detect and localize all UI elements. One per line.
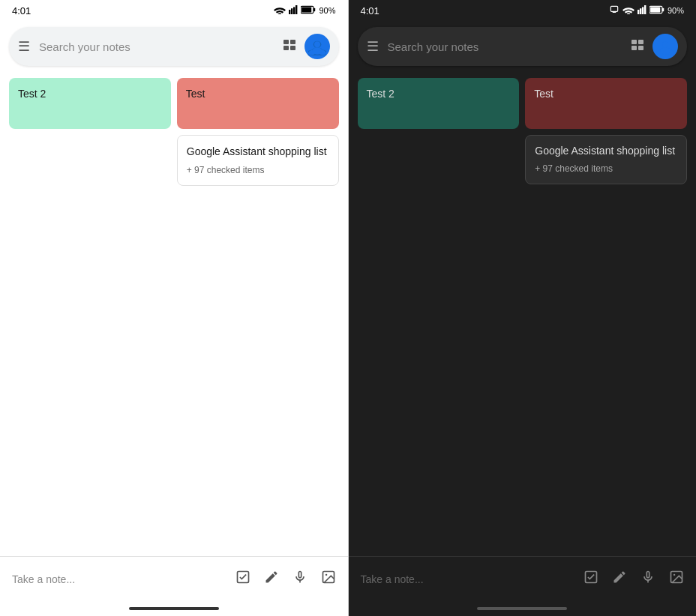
- note-card-test2-dark[interactable]: Test 2: [358, 78, 520, 129]
- pencil-action-dark[interactable]: [612, 570, 627, 588]
- svg-point-38: [660, 47, 670, 54]
- signal-icon-light: [289, 5, 298, 16]
- note-card-test-dark[interactable]: Test: [525, 78, 687, 129]
- status-time-light: 4:01: [12, 5, 31, 16]
- home-indicator-light: [0, 601, 348, 616]
- bottom-actions-light: [236, 570, 336, 588]
- menu-icon-dark[interactable]: ☰: [367, 38, 379, 55]
- svg-rect-8: [290, 40, 296, 44]
- notes-col-left-dark: Test 2: [358, 78, 520, 184]
- checkbox-action-light[interactable]: [236, 570, 250, 588]
- note-title-test2-light: Test 2: [18, 88, 46, 100]
- search-bar-light[interactable]: ☰ Search your notes: [9, 27, 339, 66]
- wifi-icon-light: [274, 5, 286, 16]
- notes-col-left-light: Test 2: [9, 78, 171, 186]
- svg-rect-27: [644, 5, 646, 14]
- note-title-shopping-light: Google Assistant shopping list: [187, 145, 329, 158]
- wifi-icon-dark: [622, 5, 634, 16]
- home-bar-light: [129, 607, 219, 610]
- note-title-test-light: Test: [186, 88, 206, 100]
- dark-panel: 4:01 90% ☰ Search your notes: [349, 0, 697, 616]
- battery-icon-light: [301, 5, 316, 16]
- svg-rect-33: [632, 46, 637, 50]
- svg-rect-24: [638, 10, 639, 14]
- light-panel: 4:01 90% ☰ Search your notes: [0, 0, 348, 616]
- note-card-shopping-light[interactable]: Google Assistant shopping list + 97 chec…: [177, 135, 339, 186]
- svg-rect-2: [293, 7, 295, 14]
- note-title-test2-dark: Test 2: [367, 88, 394, 100]
- note-card-shopping-dark[interactable]: Google Assistant shopping list + 97 chec…: [525, 135, 687, 184]
- svg-point-41: [674, 574, 676, 576]
- pencil-action-light[interactable]: [264, 570, 279, 588]
- grid-icon-light[interactable]: [284, 40, 297, 53]
- note-card-test2-light[interactable]: Test 2: [9, 78, 171, 129]
- svg-rect-6: [302, 7, 312, 12]
- mic-action-light[interactable]: [292, 570, 308, 588]
- svg-rect-5: [314, 7, 315, 11]
- battery-icon-dark: [650, 5, 664, 16]
- checkbox-action-dark[interactable]: [584, 570, 598, 588]
- grid-icon-dark[interactable]: [632, 40, 645, 53]
- take-note-text-light[interactable]: Take a note...: [12, 573, 236, 585]
- svg-rect-25: [640, 8, 641, 14]
- svg-rect-9: [284, 46, 289, 50]
- svg-rect-22: [610, 6, 617, 11]
- note-meta-shopping-dark: + 97 checked items: [535, 163, 613, 174]
- status-icons-dark: 90%: [609, 4, 684, 17]
- note-title-test-dark: Test: [534, 88, 554, 100]
- menu-icon-light[interactable]: ☰: [18, 38, 30, 55]
- battery-text-dark: 90%: [668, 6, 684, 15]
- status-icons-light: 90%: [274, 5, 335, 16]
- notification-icon-dark: [609, 4, 620, 17]
- search-bar-dark[interactable]: ☰ Search your notes: [358, 27, 688, 66]
- status-bar-dark: 4:01 90%: [349, 0, 697, 21]
- search-placeholder-dark: Search your notes: [388, 40, 632, 53]
- svg-rect-1: [291, 8, 292, 14]
- search-placeholder-light: Search your notes: [39, 40, 284, 53]
- home-indicator-dark: [349, 601, 697, 616]
- svg-point-15: [314, 41, 320, 47]
- mic-action-dark[interactable]: [640, 570, 656, 588]
- status-bar-light: 4:01 90%: [0, 0, 348, 21]
- image-action-dark[interactable]: [669, 570, 684, 588]
- svg-rect-23: [613, 11, 616, 13]
- svg-rect-32: [638, 40, 644, 44]
- svg-rect-34: [638, 46, 644, 50]
- home-bar-dark: [477, 607, 567, 610]
- battery-text-light: 90%: [319, 6, 335, 15]
- notes-col-right-dark: Test Google Assistant shopping list + 97…: [525, 78, 687, 184]
- bottom-bar-dark: Take a note...: [349, 556, 697, 601]
- svg-rect-29: [662, 8, 664, 12]
- note-meta-shopping-light: + 97 checked items: [187, 165, 265, 175]
- image-action-light[interactable]: [321, 570, 336, 588]
- avatar-dark[interactable]: [652, 34, 678, 59]
- svg-point-21: [325, 574, 327, 576]
- bottom-bar-light: Take a note...: [0, 556, 348, 601]
- svg-rect-7: [284, 40, 289, 44]
- note-title-shopping-dark: Google Assistant shopping list: [535, 145, 677, 157]
- svg-rect-30: [650, 7, 660, 13]
- svg-point-18: [312, 47, 322, 54]
- signal-icon-dark: [638, 5, 646, 16]
- svg-rect-0: [289, 10, 290, 14]
- notes-grid-dark: Test 2 Test Google Assistant shopping li…: [349, 72, 697, 190]
- avatar-light[interactable]: [304, 34, 330, 59]
- svg-rect-3: [296, 5, 297, 14]
- svg-rect-10: [290, 46, 296, 50]
- status-time-dark: 4:01: [361, 5, 380, 16]
- take-note-text-dark[interactable]: Take a note...: [361, 573, 584, 585]
- bottom-actions-dark: [584, 570, 684, 588]
- svg-rect-31: [632, 40, 637, 44]
- svg-point-35: [662, 41, 668, 47]
- svg-rect-26: [642, 7, 644, 14]
- notes-grid-light: Test 2 Test Google Assistant shopping li…: [0, 72, 348, 192]
- notes-col-right-light: Test Google Assistant shopping list + 97…: [177, 78, 339, 186]
- search-right-icons-light: [284, 34, 330, 59]
- note-card-test-light[interactable]: Test: [177, 78, 339, 129]
- search-right-icons-dark: [632, 34, 678, 59]
